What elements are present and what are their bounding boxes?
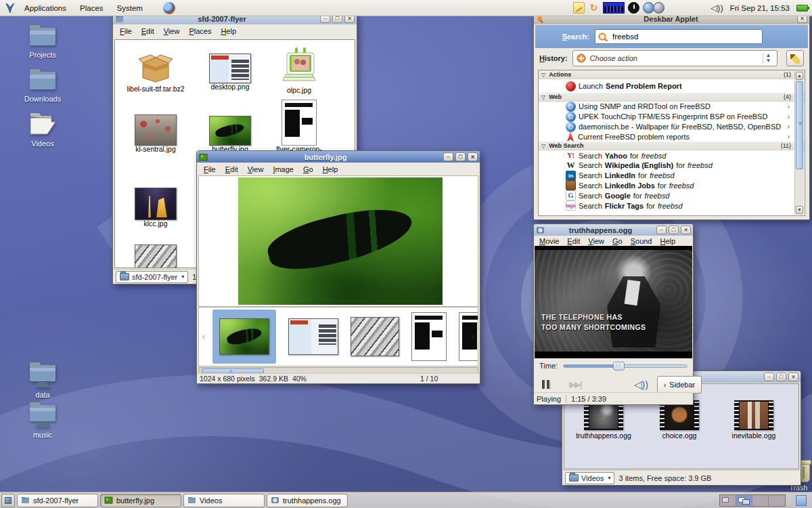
scroll-up-icon[interactable]: ▲: [796, 72, 803, 80]
minimize-button[interactable]: [443, 152, 453, 161]
workspace-3[interactable]: [752, 495, 769, 506]
file-item[interactable]: desktop.png: [195, 54, 265, 91]
desktop-icon-downloads[interactable]: Downloads: [14, 66, 72, 103]
firefox-launcher-icon[interactable]: [163, 2, 175, 14]
deskbar-search-item[interactable]: W Search Wikipedia (English) for freebsd: [539, 161, 805, 171]
expand-arrow-icon[interactable]: ›: [788, 113, 790, 121]
menu-sound[interactable]: Sound: [627, 236, 656, 247]
search-input[interactable]: freebsd: [595, 29, 763, 44]
menu-go[interactable]: Go: [608, 236, 627, 247]
location-dropdown[interactable]: sfd-2007-flyer: [116, 271, 188, 283]
next-button[interactable]: ▶▶|: [569, 379, 581, 391]
file-item[interactable]: butterfly.jpg: [195, 116, 265, 154]
deskbar-web-item[interactable]: daemonisch.be - Wallpaper für FreeBSD, N…: [539, 122, 805, 132]
desktop-icon-data[interactable]: data: [14, 360, 72, 399]
menu-file[interactable]: File: [199, 163, 221, 175]
menu-places[interactable]: Places: [184, 25, 216, 37]
file-item[interactable]: olpc.jpg: [264, 47, 334, 94]
show-desktop-button[interactable]: [1, 494, 15, 507]
deskbar-scrollbar[interactable]: ▲ ▼: [794, 71, 804, 215]
deskbar-web-item[interactable]: UPEK TouchChip TFM/ESS Fingerprint BSP o…: [539, 112, 805, 122]
menu-edit[interactable]: Edit: [137, 25, 159, 37]
panel-applet-icon[interactable]: [796, 495, 807, 506]
deskbar-action-item[interactable]: Launch Send Problem Report: [539, 79, 805, 93]
menu-view[interactable]: View: [159, 25, 185, 37]
globe-icon[interactable]: [653, 2, 664, 14]
menu-help[interactable]: Help: [216, 25, 241, 37]
power-icon[interactable]: [628, 2, 639, 14]
menu-places[interactable]: Places: [74, 2, 109, 14]
menu-view[interactable]: View: [584, 236, 608, 247]
strip-right-arrow-icon[interactable]: ›: [468, 332, 478, 341]
notes-applet-icon[interactable]: [573, 2, 585, 14]
menu-help[interactable]: Help: [656, 236, 680, 247]
spinner-arrows-icon[interactable]: ▲▼: [763, 53, 773, 64]
menu-movie[interactable]: Movie: [535, 236, 563, 247]
system-monitor-icon[interactable]: [603, 2, 625, 14]
video-display[interactable]: THE TELEPHONE HAS TOO MANY SHORTCOMINGS: [535, 246, 692, 358]
file-item[interactable]: documents.jpg: [120, 245, 191, 268]
file-item[interactable]: kl-sentral.jpg: [120, 114, 191, 154]
image-viewer-window[interactable]: butterfly.jpg File Edit View Image Go He…: [196, 150, 480, 384]
panel-clock[interactable]: Fri Sep 21, 15:53: [726, 4, 794, 12]
minimize-button[interactable]: [656, 226, 667, 234]
close-button[interactable]: [468, 152, 478, 161]
scrollbar-thumb[interactable]: [796, 81, 803, 169]
workspace-1[interactable]: [720, 495, 736, 506]
expand-arrow-icon[interactable]: ›: [788, 103, 790, 110]
menu-image[interactable]: Image: [268, 163, 298, 175]
desktop-thumbnail[interactable]: [288, 318, 338, 355]
workspace-4[interactable]: [769, 495, 785, 506]
expand-arrow-icon[interactable]: ›: [788, 123, 790, 130]
menu-edit[interactable]: Edit: [221, 163, 243, 175]
seek-slider[interactable]: [563, 364, 687, 368]
deskbar-search-item[interactable]: in Search LinkedIn for freebsd: [539, 171, 805, 181]
clear-history-button[interactable]: [786, 50, 804, 66]
history-dropdown[interactable]: Choose action ▲▼: [572, 50, 777, 66]
file-item[interactable]: truthhappens.ogg: [568, 400, 639, 440]
deskbar-search-item[interactable]: Search LinkedIn Jobs for freebsd: [539, 181, 805, 191]
strip-left-arrow-icon[interactable]: ‹: [199, 332, 208, 341]
volume-icon[interactable]: ◁)): [634, 379, 648, 391]
expand-arrow-icon[interactable]: ›: [788, 133, 790, 140]
scroll-down-icon[interactable]: ▼: [796, 206, 803, 214]
maximize-button[interactable]: [669, 226, 679, 234]
menu-system[interactable]: System: [112, 2, 148, 14]
deskbar-search-item[interactable]: G Search Google for freebsd: [539, 190, 805, 200]
file-item[interactable]: choice.ogg: [644, 400, 715, 440]
deskbar-web-item[interactable]: Current FreeBSD problem reports ›: [539, 131, 805, 142]
section-header-actions[interactable]: ▽ Actions (1): [539, 70, 805, 79]
sidebar-button[interactable]: › Sidebar: [657, 376, 702, 394]
desktop-icon-videos[interactable]: Videos: [14, 111, 72, 148]
thumbnail-strip[interactable]: ‹ ›: [198, 307, 478, 366]
file-item[interactable]: inevitable.ogg: [719, 400, 789, 440]
file-item[interactable]: libel-suit-ttf.tar.bz2: [120, 52, 191, 93]
task-button-videos[interactable]: Videos: [183, 494, 265, 507]
menu-help[interactable]: Help: [318, 163, 343, 175]
viewer-canvas[interactable]: [198, 175, 478, 307]
deskbar-search-item[interactable]: Y! Search Yahoo for freebsd: [539, 150, 805, 161]
desktop-icon-projects[interactable]: Projects: [14, 22, 72, 59]
menu-view[interactable]: View: [243, 163, 269, 175]
volume-icon[interactable]: ◁)): [710, 3, 723, 13]
menu-edit[interactable]: Edit: [563, 236, 584, 247]
desktop-icon-music[interactable]: music: [14, 400, 72, 439]
close-button[interactable]: [681, 226, 691, 234]
section-header-web-search[interactable]: ▽ Web Search (11): [539, 142, 805, 150]
viewer-titlebar[interactable]: butterfly.jpg: [197, 151, 480, 163]
menu-applications[interactable]: Applications: [19, 2, 72, 14]
workspace-2-active[interactable]: [736, 495, 752, 506]
user-switch-icon[interactable]: ↻: [588, 2, 600, 14]
media-player-window[interactable]: truthhappens.ogg Movie Edit View Go Soun…: [533, 224, 694, 405]
location-dropdown[interactable]: Videos: [565, 472, 614, 484]
previous-button[interactable]: |◀◀: [549, 379, 560, 391]
flyer-thumbnail[interactable]: [411, 312, 447, 361]
battery-icon[interactable]: [796, 5, 808, 12]
deskbar-web-item[interactable]: Using SNMP and RRDTool on FreeBSD ›: [539, 102, 805, 112]
menu-file[interactable]: File: [115, 25, 137, 37]
close-button[interactable]: [788, 373, 798, 381]
documents-thumbnail[interactable]: [351, 317, 399, 356]
maximize-button[interactable]: [455, 152, 466, 161]
seek-slider-thumb[interactable]: [613, 362, 625, 371]
menu-go[interactable]: Go: [298, 163, 318, 175]
